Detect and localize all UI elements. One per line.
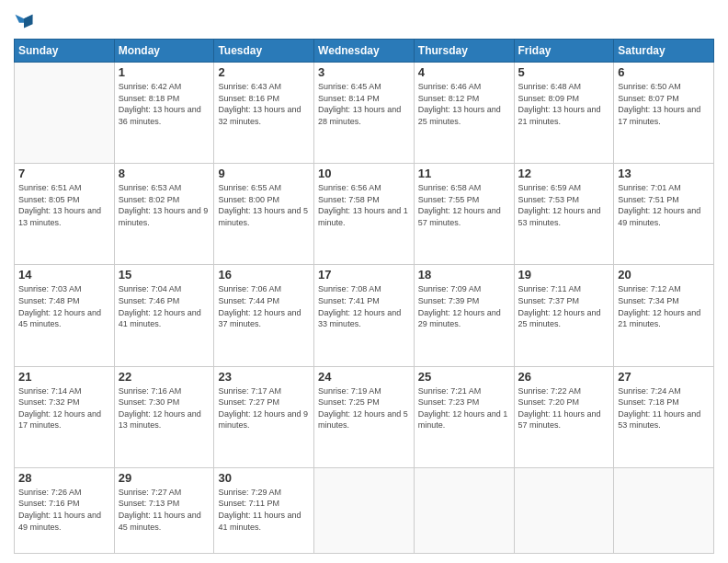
- day-number: 9: [218, 167, 310, 180]
- weekday-header: Thursday: [414, 40, 514, 63]
- day-number: 8: [119, 167, 210, 180]
- calendar-cell: 13Sunrise: 7:01 AMSunset: 7:51 PMDayligh…: [614, 164, 714, 265]
- calendar-cell: 25Sunrise: 7:21 AMSunset: 7:23 PMDayligh…: [414, 366, 514, 467]
- day-info: Sunrise: 7:27 AMSunset: 7:13 PMDaylight:…: [119, 487, 210, 533]
- svg-marker-1: [24, 15, 33, 29]
- calendar-cell: 16Sunrise: 7:06 AMSunset: 7:44 PMDayligh…: [214, 265, 314, 366]
- day-info: Sunrise: 7:24 AMSunset: 7:18 PMDaylight:…: [618, 385, 710, 431]
- day-number: 26: [518, 370, 610, 384]
- weekday-header-row: SundayMondayTuesdayWednesdayThursdayFrid…: [15, 40, 714, 63]
- calendar-cell: 18Sunrise: 7:09 AMSunset: 7:39 PMDayligh…: [414, 265, 514, 366]
- calendar-cell: 11Sunrise: 6:58 AMSunset: 7:55 PMDayligh…: [414, 164, 514, 265]
- calendar-cell: 17Sunrise: 7:08 AMSunset: 7:41 PMDayligh…: [314, 265, 415, 366]
- day-info: Sunrise: 6:43 AMSunset: 8:16 PMDaylight:…: [218, 81, 310, 127]
- logo: [14, 9, 36, 31]
- day-info: Sunrise: 7:22 AMSunset: 7:20 PMDaylight:…: [518, 385, 610, 431]
- weekday-header: Wednesday: [314, 40, 415, 63]
- day-info: Sunrise: 6:46 AMSunset: 8:12 PMDaylight:…: [418, 81, 510, 127]
- calendar-cell: 20Sunrise: 7:12 AMSunset: 7:34 PMDayligh…: [614, 265, 714, 366]
- day-info: Sunrise: 7:09 AMSunset: 7:39 PMDaylight:…: [418, 283, 510, 329]
- calendar-cell: [514, 467, 614, 553]
- day-number: 30: [218, 471, 310, 485]
- day-number: 13: [618, 167, 710, 180]
- day-info: Sunrise: 6:48 AMSunset: 8:09 PMDaylight:…: [518, 81, 610, 127]
- day-number: 29: [119, 471, 210, 485]
- calendar-cell: 9Sunrise: 6:55 AMSunset: 8:00 PMDaylight…: [214, 164, 314, 265]
- calendar-cell: 23Sunrise: 7:17 AMSunset: 7:27 PMDayligh…: [214, 366, 314, 467]
- day-number: 25: [418, 370, 510, 384]
- calendar-cell: 5Sunrise: 6:48 AMSunset: 8:09 PMDaylight…: [514, 63, 614, 164]
- weekday-header: Monday: [114, 40, 214, 63]
- day-info: Sunrise: 7:17 AMSunset: 7:27 PMDaylight:…: [218, 385, 310, 431]
- day-number: 20: [618, 268, 710, 282]
- day-number: 28: [18, 471, 110, 485]
- calendar-cell: 2Sunrise: 6:43 AMSunset: 8:16 PMDaylight…: [214, 63, 314, 164]
- calendar-cell: 4Sunrise: 6:46 AMSunset: 8:12 PMDaylight…: [414, 63, 514, 164]
- header: [14, 9, 714, 31]
- day-number: 16: [218, 268, 310, 282]
- calendar-week-row: 21Sunrise: 7:14 AMSunset: 7:32 PMDayligh…: [15, 366, 714, 467]
- day-info: Sunrise: 6:55 AMSunset: 8:00 PMDaylight:…: [218, 182, 310, 228]
- day-number: 24: [318, 370, 410, 384]
- day-info: Sunrise: 7:01 AMSunset: 7:51 PMDaylight:…: [618, 182, 710, 228]
- calendar-cell: 21Sunrise: 7:14 AMSunset: 7:32 PMDayligh…: [15, 366, 115, 467]
- weekday-header: Tuesday: [214, 40, 314, 63]
- calendar-week-row: 1Sunrise: 6:42 AMSunset: 8:18 PMDaylight…: [15, 63, 714, 164]
- day-number: 10: [318, 167, 410, 180]
- calendar-cell: [414, 467, 514, 553]
- day-number: 7: [18, 167, 110, 180]
- day-number: 1: [119, 65, 210, 79]
- calendar-cell: 30Sunrise: 7:29 AMSunset: 7:11 PMDayligh…: [214, 467, 314, 553]
- calendar-cell: 27Sunrise: 7:24 AMSunset: 7:18 PMDayligh…: [614, 366, 714, 467]
- calendar-table: SundayMondayTuesdayWednesdayThursdayFrid…: [14, 39, 714, 554]
- day-info: Sunrise: 6:58 AMSunset: 7:55 PMDaylight:…: [418, 182, 510, 228]
- day-info: Sunrise: 7:06 AMSunset: 7:44 PMDaylight:…: [218, 283, 310, 329]
- day-info: Sunrise: 7:14 AMSunset: 7:32 PMDaylight:…: [18, 385, 110, 431]
- day-number: 18: [418, 268, 510, 282]
- calendar-cell: 22Sunrise: 7:16 AMSunset: 7:30 PMDayligh…: [114, 366, 214, 467]
- day-info: Sunrise: 6:56 AMSunset: 7:58 PMDaylight:…: [318, 182, 410, 228]
- day-number: 19: [518, 268, 610, 282]
- day-info: Sunrise: 7:03 AMSunset: 7:48 PMDaylight:…: [18, 283, 110, 329]
- day-number: 3: [318, 65, 410, 79]
- day-info: Sunrise: 7:26 AMSunset: 7:16 PMDaylight:…: [18, 487, 110, 533]
- day-info: Sunrise: 6:45 AMSunset: 8:14 PMDaylight:…: [318, 81, 410, 127]
- calendar-cell: 26Sunrise: 7:22 AMSunset: 7:20 PMDayligh…: [514, 366, 614, 467]
- calendar-cell: 1Sunrise: 6:42 AMSunset: 8:18 PMDaylight…: [114, 63, 214, 164]
- logo-icon: [14, 9, 34, 29]
- calendar-cell: [614, 467, 714, 553]
- day-number: 23: [218, 370, 310, 384]
- calendar-cell: 12Sunrise: 6:59 AMSunset: 7:53 PMDayligh…: [514, 164, 614, 265]
- calendar-cell: 3Sunrise: 6:45 AMSunset: 8:14 PMDaylight…: [314, 63, 415, 164]
- calendar-cell: 15Sunrise: 7:04 AMSunset: 7:46 PMDayligh…: [114, 265, 214, 366]
- calendar-cell: 7Sunrise: 6:51 AMSunset: 8:05 PMDaylight…: [15, 164, 115, 265]
- day-info: Sunrise: 7:04 AMSunset: 7:46 PMDaylight:…: [119, 283, 210, 329]
- calendar-week-row: 7Sunrise: 6:51 AMSunset: 8:05 PMDaylight…: [15, 164, 714, 265]
- calendar-cell: 14Sunrise: 7:03 AMSunset: 7:48 PMDayligh…: [15, 265, 115, 366]
- day-info: Sunrise: 7:19 AMSunset: 7:25 PMDaylight:…: [318, 385, 410, 431]
- day-info: Sunrise: 7:12 AMSunset: 7:34 PMDaylight:…: [618, 283, 710, 329]
- calendar-cell: [15, 63, 115, 164]
- calendar-cell: 24Sunrise: 7:19 AMSunset: 7:25 PMDayligh…: [314, 366, 415, 467]
- day-number: 15: [119, 268, 210, 282]
- page: SundayMondayTuesdayWednesdayThursdayFrid…: [0, 0, 728, 563]
- day-number: 17: [318, 268, 410, 282]
- day-number: 12: [518, 167, 610, 180]
- weekday-header: Friday: [514, 40, 614, 63]
- calendar-cell: 19Sunrise: 7:11 AMSunset: 7:37 PMDayligh…: [514, 265, 614, 366]
- calendar-cell: 8Sunrise: 6:53 AMSunset: 8:02 PMDaylight…: [114, 164, 214, 265]
- day-info: Sunrise: 6:50 AMSunset: 8:07 PMDaylight:…: [618, 81, 710, 127]
- weekday-header: Sunday: [15, 40, 115, 63]
- day-number: 4: [418, 65, 510, 79]
- day-info: Sunrise: 6:51 AMSunset: 8:05 PMDaylight:…: [18, 182, 110, 228]
- calendar-cell: 10Sunrise: 6:56 AMSunset: 7:58 PMDayligh…: [314, 164, 415, 265]
- calendar-cell: 6Sunrise: 6:50 AMSunset: 8:07 PMDaylight…: [614, 63, 714, 164]
- calendar-cell: 29Sunrise: 7:27 AMSunset: 7:13 PMDayligh…: [114, 467, 214, 553]
- calendar-week-row: 14Sunrise: 7:03 AMSunset: 7:48 PMDayligh…: [15, 265, 714, 366]
- calendar-cell: 28Sunrise: 7:26 AMSunset: 7:16 PMDayligh…: [15, 467, 115, 553]
- day-number: 2: [218, 65, 310, 79]
- day-info: Sunrise: 7:16 AMSunset: 7:30 PMDaylight:…: [119, 385, 210, 431]
- day-info: Sunrise: 6:59 AMSunset: 7:53 PMDaylight:…: [518, 182, 610, 228]
- day-info: Sunrise: 7:08 AMSunset: 7:41 PMDaylight:…: [318, 283, 410, 329]
- day-number: 14: [18, 268, 110, 282]
